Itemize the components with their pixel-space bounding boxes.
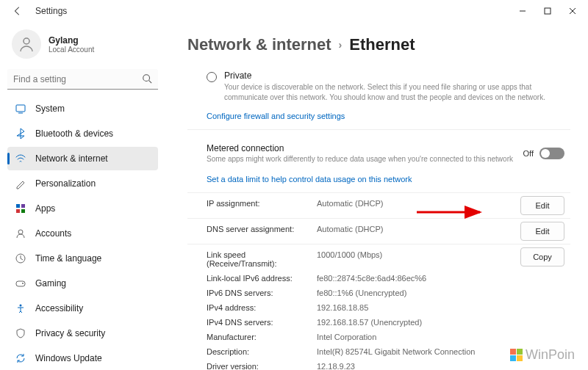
- svg-rect-13: [16, 281, 25, 286]
- sidebar-item-bluetooth-devices[interactable]: Bluetooth & devices: [7, 122, 158, 145]
- search-input[interactable]: [7, 69, 158, 90]
- sidebar-item-personalization[interactable]: Personalization: [7, 172, 158, 195]
- account-name: Gylang: [49, 35, 94, 46]
- close-button[interactable]: [560, 1, 585, 21]
- private-profile-option[interactable]: Private Your device is discoverable on t…: [187, 70, 570, 107]
- apps-icon: [15, 203, 26, 214]
- metered-toggle-label: Off: [523, 149, 534, 158]
- breadcrumb-parent[interactable]: Network & internet: [187, 35, 331, 54]
- watermark: WinPoin: [510, 347, 575, 363]
- svg-rect-8: [21, 204, 25, 208]
- back-button[interactable]: [9, 2, 26, 20]
- sidebar-item-label: Privacy & security: [35, 328, 105, 338]
- breadcrumb: Network & internet › Ethernet: [187, 35, 570, 54]
- minimize-button[interactable]: [510, 1, 535, 21]
- metered-toggle[interactable]: [539, 148, 564, 159]
- sidebar-item-apps[interactable]: Apps: [7, 197, 158, 220]
- metered-desc: Some apps might work differently to redu…: [207, 155, 513, 163]
- detail-row: Link-local IPv6 address:fe80::2874:5c8e:…: [207, 271, 564, 286]
- sidebar-item-privacy-security[interactable]: Privacy & security: [7, 322, 158, 345]
- data-limit-link[interactable]: Set a data limit to help control data us…: [207, 175, 412, 184]
- system-icon: [15, 103, 26, 115]
- paint-icon: [15, 178, 26, 189]
- svg-line-4: [149, 81, 152, 84]
- svg-point-14: [22, 283, 24, 284]
- wifi-icon: [15, 153, 26, 164]
- svg-point-11: [18, 230, 23, 234]
- sidebar-item-label: Accounts: [35, 228, 71, 239]
- sidebar-item-accessibility[interactable]: Accessibility: [7, 297, 158, 320]
- sidebar-item-windows-update[interactable]: Windows Update: [7, 347, 158, 370]
- account-type: Local Account: [49, 46, 94, 54]
- update-icon: [15, 352, 26, 364]
- metered-label: Metered connection: [207, 143, 513, 153]
- sidebar-item-network-internet[interactable]: Network & internet: [7, 147, 158, 170]
- breadcrumb-current: Ethernet: [349, 35, 415, 54]
- detail-row: IPv4 address:192.168.18.85: [207, 300, 564, 315]
- svg-point-3: [143, 75, 150, 81]
- firewall-link[interactable]: Configure firewall and security settings: [207, 112, 345, 120]
- ip-edit-button[interactable]: Edit: [520, 196, 564, 215]
- detail-row: IPv6 DNS servers:fe80::1%6 (Unencrypted): [207, 286, 564, 300]
- detail-row: Manufacturer:Intel Corporation: [207, 330, 564, 344]
- sidebar-item-label: Personalization: [35, 178, 96, 189]
- chevron-right-icon: ›: [339, 39, 343, 51]
- sidebar-item-time-language[interactable]: Time & language: [7, 247, 158, 270]
- bluetooth-icon: [15, 128, 26, 139]
- copy-button[interactable]: Copy: [520, 247, 564, 266]
- avatar: [12, 29, 41, 59]
- private-desc: Your device is discoverable on the netwo…: [224, 82, 570, 103]
- person-icon: [18, 35, 35, 53]
- dns-edit-button[interactable]: Edit: [520, 222, 564, 241]
- sidebar-item-label: Windows Update: [35, 353, 102, 363]
- search-icon: [142, 73, 152, 87]
- detail-row: Link speed (Receive/Transmit):1000/1000 …: [207, 247, 564, 271]
- sidebar-item-gaming[interactable]: Gaming: [7, 272, 158, 295]
- sidebar-item-system[interactable]: System: [7, 97, 158, 120]
- window-title: Settings: [35, 6, 67, 16]
- ip-assignment-row: IP assignment: Automatic (DHCP): [207, 196, 564, 211]
- sidebar-item-label: Time & language: [35, 253, 101, 264]
- radio-icon: [207, 72, 217, 82]
- sidebar-item-label: System: [35, 104, 65, 114]
- dns-assignment-row: DNS server assignment: Automatic (DHCP): [207, 222, 564, 236]
- svg-rect-9: [16, 209, 20, 213]
- account-block[interactable]: Gylang Local Account: [7, 26, 158, 66]
- sidebar-item-label: Bluetooth & devices: [35, 128, 113, 139]
- sidebar-item-accounts[interactable]: Accounts: [7, 222, 158, 245]
- sidebar-item-label: Accessibility: [35, 303, 83, 313]
- gaming-icon: [15, 278, 26, 289]
- svg-rect-10: [21, 209, 25, 213]
- accessibility-icon: [15, 302, 26, 314]
- svg-rect-5: [16, 105, 25, 112]
- svg-point-15: [20, 305, 22, 307]
- svg-rect-1: [545, 8, 551, 14]
- metered-row: Metered connection Some apps might work …: [187, 136, 570, 170]
- sidebar-item-label: Apps: [35, 203, 55, 214]
- sidebar-item-label: Network & internet: [35, 153, 108, 164]
- detail-row: IPv4 DNS servers:192.168.18.57 (Unencryp…: [207, 315, 564, 330]
- arrow-left-icon: [12, 6, 23, 16]
- svg-rect-7: [16, 204, 20, 208]
- privacy-icon: [15, 327, 26, 339]
- windows-logo-icon: [510, 349, 523, 361]
- accounts-icon: [15, 228, 26, 239]
- svg-point-2: [24, 38, 29, 44]
- private-label: Private: [224, 70, 570, 81]
- time-icon: [15, 253, 26, 264]
- sidebar-item-label: Gaming: [35, 278, 66, 289]
- maximize-button[interactable]: [535, 1, 560, 21]
